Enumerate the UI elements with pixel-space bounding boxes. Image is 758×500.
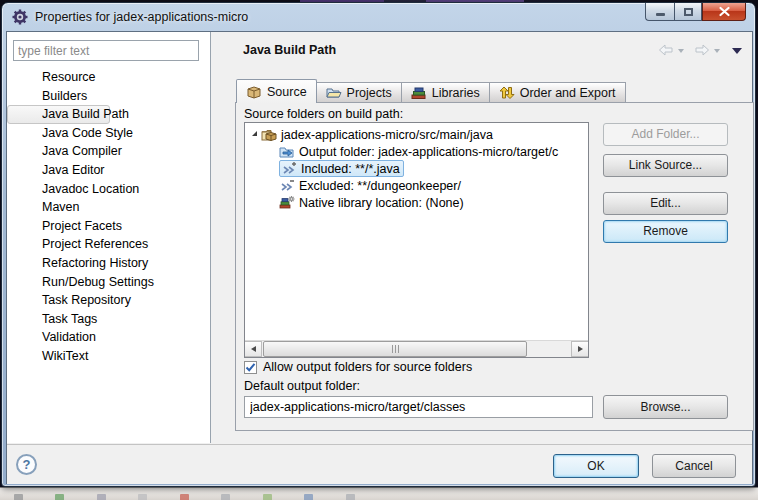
sidebar-item-wikitext[interactable]: WikiText xyxy=(7,347,208,366)
browse-button[interactable]: Browse... xyxy=(603,395,728,419)
tab-source[interactable]: Source xyxy=(236,79,317,103)
tree-item-label: Native library location: (None) xyxy=(299,196,464,210)
forward-arrow-icon[interactable] xyxy=(694,44,710,56)
background-icon xyxy=(138,494,147,500)
tree-item-native-library[interactable]: Native library location: (None) xyxy=(245,194,588,211)
tree-expanded-icon[interactable] xyxy=(252,131,257,136)
sidebar-item-run-debug-settings[interactable]: Run/Debug Settings xyxy=(7,273,208,292)
maximize-icon xyxy=(684,8,693,16)
source-tab-panel: Source folders on build path: xyxy=(235,102,754,431)
source-folders-label: Source folders on build path: xyxy=(244,107,403,121)
sidebar-item-builders[interactable]: Builders xyxy=(7,87,208,106)
sidebar-item-java-code-style[interactable]: Java Code Style xyxy=(7,124,208,143)
background-icon xyxy=(55,494,64,500)
background-icon xyxy=(221,494,230,500)
dialog-footer: ? OK Cancel xyxy=(7,444,752,484)
order-arrows-icon xyxy=(499,85,515,101)
help-button[interactable]: ? xyxy=(16,454,37,475)
tab-libraries[interactable]: Libraries xyxy=(402,82,490,103)
inclusion-filter-icon xyxy=(281,161,297,177)
allow-output-label: Allow output folders for source folders xyxy=(263,360,472,374)
default-output-label: Default output folder: xyxy=(244,379,360,393)
background-icon xyxy=(14,494,23,500)
default-output-input[interactable] xyxy=(244,396,593,418)
tree-item-label: Included: **/*.java xyxy=(301,162,400,176)
window-title: Properties for jadex-applications-micro xyxy=(35,10,248,24)
page-title: Java Build Path xyxy=(243,43,336,57)
background-icon xyxy=(97,494,106,500)
filter-input[interactable] xyxy=(13,40,199,61)
scroll-left-icon xyxy=(251,346,256,352)
preferences-nav-list: Resource Builders Java Build Path Java C… xyxy=(7,68,208,366)
sidebar-item-javadoc-location[interactable]: Javadoc Location xyxy=(7,180,208,199)
build-path-tabs: Source Projects xyxy=(236,79,626,103)
scroll-right-arrow[interactable] xyxy=(571,341,588,357)
scroll-right-icon xyxy=(578,346,583,352)
close-button[interactable] xyxy=(702,3,746,21)
check-icon xyxy=(245,362,256,373)
tab-order-and-export-label: Order and Export xyxy=(520,86,616,100)
native-library-icon xyxy=(279,195,295,211)
sidebar-item-project-references[interactable]: Project References xyxy=(7,235,208,254)
history-navigation xyxy=(658,44,742,56)
scrollbar-thumb[interactable] xyxy=(263,341,527,357)
add-folder-button[interactable]: Add Folder... xyxy=(603,123,728,146)
remove-button[interactable]: Remove xyxy=(603,220,728,243)
background-icon xyxy=(304,494,313,500)
window-controls xyxy=(645,3,746,21)
sidebar-item-project-facets[interactable]: Project Facets xyxy=(7,217,208,236)
allow-output-checkbox[interactable] xyxy=(244,361,257,374)
open-folder-icon xyxy=(326,85,342,101)
close-icon xyxy=(719,7,730,16)
sidebar-item-refactoring-history[interactable]: Refactoring History xyxy=(7,254,208,273)
horizontal-scrollbar[interactable] xyxy=(245,340,588,357)
tab-order-and-export[interactable]: Order and Export xyxy=(490,82,626,103)
source-folders-tree[interactable]: jadex-applications-micro/src/main/java O… xyxy=(244,122,589,358)
tab-source-label: Source xyxy=(267,85,307,99)
sidebar-item-validation[interactable]: Validation xyxy=(7,328,208,347)
maximize-button[interactable] xyxy=(674,3,702,21)
tree-item-included[interactable]: Included: **/*.java xyxy=(245,160,588,177)
background-icon xyxy=(263,494,272,500)
minimize-icon xyxy=(656,13,665,16)
preferences-sidebar: Resource Builders Java Build Path Java C… xyxy=(7,32,211,443)
forward-dropdown-icon[interactable] xyxy=(714,49,720,53)
source-package-icon xyxy=(261,127,277,143)
titlebar[interactable]: Properties for jadex-applications-micro xyxy=(2,3,755,30)
edit-button[interactable]: Edit... xyxy=(603,192,728,215)
minimize-button[interactable] xyxy=(645,3,674,21)
sidebar-item-task-repository[interactable]: Task Repository xyxy=(7,291,208,310)
tree-item-excluded[interactable]: Excluded: **/dungeonkeeper/ xyxy=(245,177,588,194)
scroll-left-arrow[interactable] xyxy=(245,341,262,357)
tree-root-source-folder[interactable]: jadex-applications-micro/src/main/java xyxy=(245,126,588,143)
back-dropdown-icon[interactable] xyxy=(678,49,684,53)
tree-item-output-folder[interactable]: Output folder: jadex-applications-micro/… xyxy=(245,143,588,160)
tab-libraries-label: Libraries xyxy=(432,86,480,100)
tree-root-label: jadex-applications-micro/src/main/java xyxy=(281,128,493,142)
exclusion-filter-icon xyxy=(279,178,295,194)
ok-button[interactable]: OK xyxy=(553,454,639,478)
sidebar-item-java-editor[interactable]: Java Editor xyxy=(7,161,208,180)
link-source-button[interactable]: Link Source... xyxy=(603,154,728,177)
tree-item-label: Excluded: **/dungeonkeeper/ xyxy=(299,179,461,193)
tree-item-label: Output folder: jadex-applications-micro/… xyxy=(299,145,558,159)
sidebar-item-java-compiler[interactable]: Java Compiler xyxy=(7,142,208,161)
sidebar-item-task-tags[interactable]: Task Tags xyxy=(7,310,208,329)
view-menu-icon[interactable] xyxy=(732,48,742,54)
background-icon xyxy=(180,494,189,500)
back-arrow-icon[interactable] xyxy=(658,44,674,56)
tab-projects[interactable]: Projects xyxy=(317,82,402,103)
allow-output-row: Allow output folders for source folders xyxy=(244,360,472,374)
dialog-client-area: Resource Builders Java Build Path Java C… xyxy=(6,31,753,484)
source-folder-icon xyxy=(246,84,262,100)
sidebar-item-maven[interactable]: Maven xyxy=(7,198,208,217)
tab-projects-label: Projects xyxy=(347,86,392,100)
output-folder-icon xyxy=(279,144,295,160)
cancel-button[interactable]: Cancel xyxy=(652,454,736,478)
properties-dialog: Properties for jadex-applications-micro … xyxy=(1,2,756,487)
background-icon xyxy=(346,494,355,500)
sidebar-item-resource[interactable]: Resource xyxy=(7,68,208,87)
background-taskbar-strip xyxy=(0,487,758,500)
page-content: Java Build Path xyxy=(212,32,754,443)
sidebar-item-java-build-path[interactable]: Java Build Path xyxy=(7,105,110,124)
